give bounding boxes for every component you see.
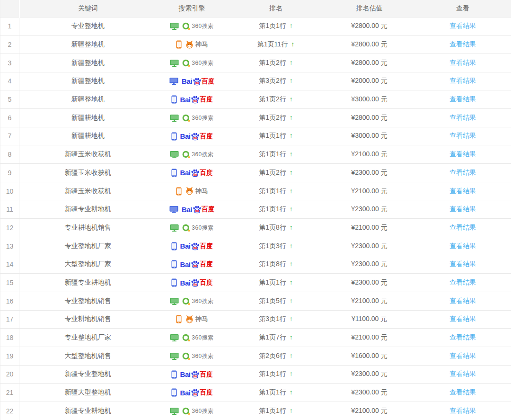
rank-cell: 第1页2行↑ (228, 108, 325, 127)
engine-cell: 神马 (157, 36, 228, 54)
rank-cell: 第1页5行↑ (228, 292, 325, 310)
view-results-link[interactable]: 查看结果 (449, 242, 476, 250)
rank-cell: 第1页1行↑ (228, 17, 325, 36)
view-results-link[interactable]: 查看结果 (449, 297, 476, 304)
table-row: 17 专业耕地机销售 神马 第3页1行↑ ¥1100.00 元 查看结果 (0, 310, 511, 329)
row-number: 9 (0, 164, 19, 182)
phone-icon (171, 169, 177, 177)
monitor-icon (169, 206, 178, 214)
view-results-link[interactable]: 查看结果 (449, 407, 476, 414)
view-results-link[interactable]: 查看结果 (449, 333, 476, 341)
rank-up-icon: ↑ (290, 260, 293, 268)
view-results-link[interactable]: 查看结果 (449, 352, 476, 359)
rank-up-icon: ↑ (290, 150, 293, 158)
engine-cell: 360搜索 (157, 329, 228, 347)
rank-text: 第3页2行 (259, 77, 286, 84)
rank-cell: 第1页1行↑ (228, 200, 325, 219)
rank-cell: 第1页1行↑ (228, 274, 325, 292)
rank-up-icon: ↑ (290, 22, 293, 29)
view-results-link[interactable]: 查看结果 (449, 114, 476, 121)
paw-icon: du (191, 169, 200, 177)
rank-up-icon: ↑ (290, 95, 293, 103)
engine-cell: 360搜索 (157, 17, 228, 36)
rank-up-icon: ↑ (290, 407, 293, 414)
rank-cell: 第1页1行↑ (228, 402, 325, 420)
360-ring-icon (182, 334, 190, 342)
keyword-cell: 新疆玉米收获机 (19, 182, 157, 200)
value-cell: ¥2100.00 元 (325, 402, 414, 420)
view-results-link[interactable]: 查看结果 (449, 388, 476, 396)
phone-icon (171, 278, 177, 287)
rank-text: 第1页1行 (259, 370, 286, 377)
view-results-link[interactable]: 查看结果 (449, 223, 476, 231)
keyword-cell: 新疆玉米收获机 (19, 164, 157, 182)
rank-cell: 第1页1行↑ (228, 145, 325, 164)
rank-text: 第1页1行 (259, 278, 286, 286)
view-results-link[interactable]: 查看结果 (449, 205, 476, 213)
table-row: 9 新疆玉米收获机 Bai du 百度 第1页2行↑ ¥2300.00 元 查看… (0, 164, 511, 182)
value-cell: ¥2300.00 元 (325, 274, 414, 292)
view-results-link[interactable]: 查看结果 (449, 22, 476, 29)
view-results-link[interactable]: 查看结果 (449, 95, 476, 103)
keyword-cell: 专业整地机厂家 (19, 329, 157, 347)
table-row: 10 新疆玉米收获机 神马 第1页1行↑ ¥2100.00 元 查看结果 (0, 182, 511, 200)
rank-cell: 第1页3行↑ (228, 237, 325, 255)
360-ring-icon (182, 114, 190, 122)
view-results-link[interactable]: 查看结果 (449, 315, 476, 322)
header-view: 查看 (414, 0, 511, 17)
view-results-link[interactable]: 查看结果 (449, 260, 476, 268)
row-number: 1 (0, 17, 19, 36)
monitor-icon (170, 151, 179, 159)
keyword-cell: 新疆整地机 (19, 54, 157, 72)
phone-icon (176, 187, 182, 196)
engine-cell: Bai du 百度 (157, 200, 228, 219)
value-cell: ¥2800.00 元 (325, 17, 414, 36)
view-results-link[interactable]: 查看结果 (449, 40, 476, 48)
monitor-icon (170, 224, 179, 232)
view-results-link[interactable]: 查看结果 (449, 150, 476, 158)
row-number: 13 (0, 237, 19, 255)
row-number: 21 (0, 384, 19, 402)
row-number: 22 (0, 402, 19, 420)
rank-up-icon: ↑ (290, 59, 293, 66)
monitor-icon (169, 77, 178, 85)
view-results-link[interactable]: 查看结果 (449, 132, 476, 139)
view-results-link[interactable]: 查看结果 (449, 77, 476, 84)
rank-cell: 第1页1行↑ (228, 384, 325, 402)
view-results-link[interactable]: 查看结果 (449, 278, 476, 286)
svg-text:du: du (194, 264, 197, 268)
phone-icon (171, 242, 177, 250)
svg-text:du: du (195, 209, 199, 213)
table-header: 关键词 搜索引擎 排名 排名估值 查看 (0, 0, 511, 17)
svg-text:du: du (194, 393, 197, 396)
phone-icon (171, 388, 177, 397)
360-search-logo: 360搜索 (182, 151, 214, 159)
view-results-link[interactable]: 查看结果 (449, 187, 476, 195)
360-ring-icon (182, 151, 190, 159)
horse-icon (185, 315, 194, 324)
rank-text: 第1页1行 (259, 388, 286, 396)
rank-text: 第1页8行 (259, 223, 286, 231)
view-results-link[interactable]: 查看结果 (449, 169, 476, 176)
row-number: 5 (0, 90, 19, 109)
rank-text: 第1页2行 (259, 59, 286, 66)
view-results-link[interactable]: 查看结果 (449, 59, 476, 66)
keyword-cell: 大型整地机销售 (19, 347, 157, 365)
baidu-logo: Bai du 百度 (182, 77, 214, 86)
table-row: 8 新疆玉米收获机 360搜索 第1页1行↑ ¥2100.00 元 查看结果 (0, 145, 511, 164)
monitor-icon (170, 334, 179, 342)
view-results-link[interactable]: 查看结果 (449, 370, 476, 377)
phone-icon (171, 95, 177, 104)
keyword-cell: 新疆耕地机 (19, 127, 157, 145)
svg-text:du: du (194, 246, 197, 250)
rank-up-icon: ↑ (290, 352, 293, 359)
value-cell: ¥3000.00 元 (325, 127, 414, 145)
table-body: 1 专业整地机 360搜索 第1页1行↑ ¥2800.00 元 查看结果 2 新… (0, 17, 511, 420)
monitor-icon (170, 22, 179, 30)
paw-icon: du (191, 260, 200, 268)
table-row: 21 新疆大型整地机 Bai du 百度 第1页1行↑ ¥2300.00 元 查… (0, 384, 511, 402)
horse-icon (185, 40, 194, 49)
rank-up-icon: ↑ (290, 388, 293, 396)
value-cell: ¥2300.00 元 (325, 255, 414, 274)
keyword-cell: 新疆专业耕地机 (19, 200, 157, 219)
